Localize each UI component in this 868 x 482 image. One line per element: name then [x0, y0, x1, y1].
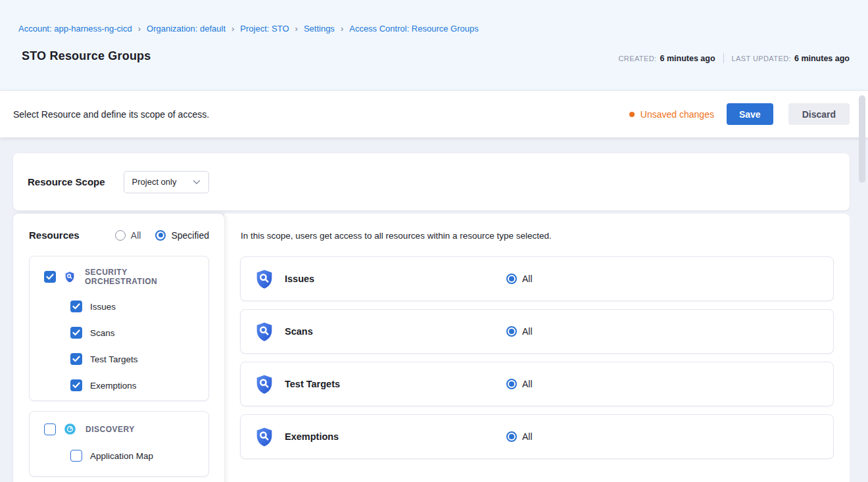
resource-item-exemptions[interactable]: Exemptions — [70, 379, 199, 391]
access-all-label: All — [522, 326, 533, 337]
breadcrumb-project-link[interactable]: Project: STO — [240, 24, 289, 34]
group-checkbox-checked[interactable] — [44, 271, 56, 283]
unsaved-dot-icon — [629, 112, 635, 117]
save-button[interactable]: Save — [727, 103, 773, 125]
shield-magnifier-icon — [254, 426, 275, 447]
shield-magnifier-icon — [254, 268, 275, 289]
checkbox-checked[interactable] — [70, 353, 82, 365]
checkbox-checked[interactable] — [70, 301, 82, 312]
access-all-label: All — [522, 379, 533, 389]
resource-type-card-exemptions: Exemptions All — [240, 414, 834, 459]
resource-type-name: Scans — [285, 326, 313, 337]
resource-item-issues[interactable]: Issues — [70, 301, 199, 312]
created-label: CREATED: — [619, 55, 657, 62]
resources-panel: Resources All Specified — [13, 214, 224, 482]
resource-group-security-orchestration: SECURITY ORCHESTRATION Issues Scans — [29, 256, 209, 401]
radio-selected-icon[interactable] — [506, 431, 517, 442]
group-name: DISCOVERY — [85, 425, 135, 434]
resource-type-card-scans: Scans All — [240, 309, 834, 354]
resource-type-name: Exemptions — [285, 431, 339, 442]
radio-selected-icon[interactable] — [506, 326, 517, 337]
chevron-right-icon: › — [138, 24, 141, 33]
discard-button[interactable]: Discard — [788, 103, 850, 125]
resource-scope-card: Resource Scope Project only — [13, 153, 850, 210]
radio-all-label: All — [131, 230, 141, 241]
header-meta: CREATED: 6 minutes ago LAST UPDATED: 6 m… — [619, 53, 850, 63]
breadcrumb-settings-link[interactable]: Settings — [304, 24, 335, 34]
resource-type-card-test-targets: Test Targets All — [240, 362, 834, 406]
breadcrumb-organization-link[interactable]: Organization: default — [147, 24, 226, 34]
breadcrumb-resource-groups-link[interactable]: Access Control: Resource Groups — [349, 24, 479, 34]
breadcrumb: Account: app-harness-ng-cicd › Organizat… — [18, 24, 850, 34]
resource-group-discovery: DISCOVERY Application Map — [29, 411, 209, 477]
scope-description: In this scope, users get access to all r… — [241, 231, 834, 241]
group-checkbox-unchecked[interactable] — [44, 423, 56, 435]
page-header: Account: app-harness-ng-cicd › Organizat… — [0, 0, 868, 90]
access-radio-group[interactable]: All — [506, 274, 533, 284]
checkbox-unchecked[interactable] — [70, 450, 82, 462]
radio-option-all[interactable]: All — [115, 230, 141, 241]
meta-divider — [723, 53, 724, 63]
radar-lens-icon — [64, 423, 76, 435]
resources-header: Resources All Specified — [29, 229, 209, 241]
radio-selected-icon[interactable] — [155, 230, 166, 241]
resource-item-scans[interactable]: Scans — [70, 327, 199, 339]
radio-option-specified[interactable]: Specified — [155, 230, 209, 241]
radio-selected-icon[interactable] — [506, 379, 517, 389]
resource-item-label: Scans — [90, 328, 115, 338]
app-root: Account: app-harness-ng-cicd › Organizat… — [0, 0, 868, 482]
access-radio-group[interactable]: All — [506, 379, 533, 389]
last-updated-label: LAST UPDATED: — [732, 55, 791, 62]
group-name: SECURITY ORCHESTRATION — [85, 268, 199, 286]
chevron-right-icon: › — [341, 24, 343, 33]
chevron-right-icon: › — [231, 24, 234, 33]
resource-type-name: Issues — [285, 274, 314, 284]
toolbar-description: Select Resource and define its scope of … — [13, 109, 209, 120]
group-header: SECURITY ORCHESTRATION — [44, 268, 199, 286]
access-radio-group[interactable]: All — [506, 326, 533, 337]
panels-row: Resources All Specified — [13, 214, 850, 482]
resource-item-application-map[interactable]: Application Map — [70, 450, 199, 462]
toolbar: Select Resource and define its scope of … — [0, 90, 868, 137]
resource-type-card-issues: Issues All — [240, 256, 834, 301]
main-content: Resource Scope Project only Resources Al… — [0, 137, 868, 482]
unsaved-changes-label: Unsaved changes — [640, 109, 714, 120]
chevron-right-icon: › — [295, 24, 298, 33]
radio-selected-icon[interactable] — [506, 274, 517, 284]
unsaved-changes-badge: Unsaved changes — [629, 109, 714, 120]
radio-unselected-icon[interactable] — [115, 230, 126, 241]
access-radio-group[interactable]: All — [506, 431, 533, 442]
resource-type-name: Test Targets — [285, 379, 340, 389]
access-all-label: All — [522, 274, 533, 284]
checkbox-checked[interactable] — [70, 327, 82, 339]
resource-scope-selected-value: Project only — [132, 177, 177, 187]
shield-magnifier-icon — [254, 321, 275, 342]
radio-specified-label: Specified — [171, 230, 209, 241]
resources-title: Resources — [29, 229, 101, 241]
access-all-label: All — [522, 431, 533, 442]
resource-item-label: Application Map — [90, 451, 153, 461]
title-row: STO Resource Groups CREATED: 6 minutes a… — [18, 49, 850, 63]
toolbar-actions: Unsaved changes Save Discard — [629, 103, 850, 125]
breadcrumb-account-link[interactable]: Account: app-harness-ng-cicd — [18, 24, 132, 34]
checkbox-checked[interactable] — [70, 379, 82, 391]
last-updated-value: 6 minutes ago — [794, 54, 850, 63]
shield-magnifier-icon — [64, 271, 76, 283]
page-title: STO Resource Groups — [18, 49, 151, 63]
resource-item-label: Exemptions — [90, 381, 137, 391]
resource-item-label: Issues — [90, 302, 116, 312]
resource-item-label: Test Targets — [90, 354, 138, 364]
resource-scope-select[interactable]: Project only — [124, 171, 209, 193]
scope-detail-panel: In this scope, users get access to all r… — [224, 214, 850, 482]
resource-scope-label: Resource Scope — [28, 176, 105, 187]
vertical-scrollbar-thumb[interactable] — [859, 95, 865, 183]
created-value: 6 minutes ago — [660, 54, 715, 63]
group-header: DISCOVERY — [44, 423, 199, 435]
shield-magnifier-icon — [254, 374, 275, 395]
chevron-down-icon — [183, 180, 201, 185]
resource-item-test-targets[interactable]: Test Targets — [70, 353, 199, 365]
